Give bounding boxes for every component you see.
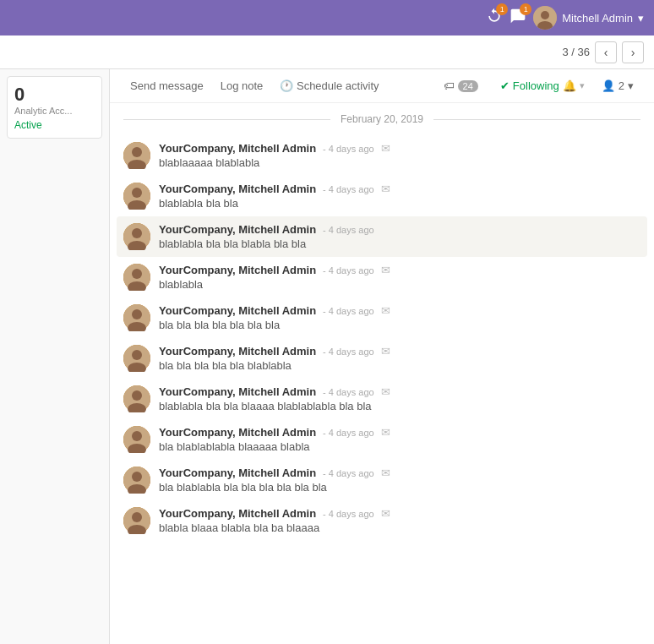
msg-header: YourCompany, Mitchell Admin - 4 days ago…	[159, 142, 640, 155]
msg-body: YourCompany, Mitchell Admin - 4 days ago…	[159, 467, 640, 494]
msg-avatar	[123, 426, 150, 453]
pagination-label: 3 / 36	[562, 46, 590, 58]
message-item: YourCompany, Mitchell Admin - 4 days ago…	[123, 338, 640, 379]
msg-time: - 4 days ago	[323, 306, 374, 316]
msg-text: blablabla bla bla	[159, 197, 640, 210]
date-divider-text: February 20, 2019	[341, 113, 423, 125]
sidebar-count: 0	[14, 84, 95, 106]
svg-point-10	[132, 228, 142, 238]
msg-avatar	[123, 345, 150, 372]
msg-header: YourCompany, Mitchell Admin - 4 days ago	[159, 223, 640, 236]
msg-author: YourCompany, Mitchell Admin	[159, 183, 316, 195]
msg-time: - 4 days ago	[323, 265, 374, 276]
msg-time: - 4 days ago	[323, 144, 374, 154]
msg-body: YourCompany, Mitchell Admin - 4 days ago…	[159, 345, 640, 372]
msg-avatar	[123, 304, 150, 331]
msg-text: blabla blaaa blabla bla ba blaaaa	[159, 521, 640, 534]
following-button[interactable]: ✔ Following 🔔 ▾	[493, 76, 591, 96]
svg-point-1	[541, 11, 549, 19]
send-message-button[interactable]: Send message	[123, 76, 210, 96]
msg-text: bla blablablabla blaaaaa blabla	[159, 440, 640, 453]
email-icon: ✉	[381, 345, 390, 357]
content-area: Send message Log note 🕐 Schedule activit…	[110, 69, 654, 644]
clock-icon: 🕐	[280, 79, 293, 92]
schedule-activity-button[interactable]: 🕐 Schedule activity	[273, 76, 385, 96]
svg-point-7	[132, 188, 142, 198]
message-item: YourCompany, Mitchell Admin - 4 days ago…	[123, 379, 640, 419]
email-icon: ✉	[381, 385, 390, 398]
msg-body: YourCompany, Mitchell Admin - 4 days ago…	[159, 223, 640, 250]
msg-time: - 4 days ago	[323, 347, 374, 357]
user-menu[interactable]: Mitchell Admin ▾	[533, 6, 644, 30]
msg-text: blablabla	[159, 278, 640, 291]
msg-author: YourCompany, Mitchell Admin	[159, 264, 316, 276]
msg-text: blablabla bla bla blaaaa blablablabla bl…	[159, 400, 640, 412]
msg-header: YourCompany, Mitchell Admin - 4 days ago…	[159, 183, 640, 195]
topbar: 1 1 Mitchell Admin ▾	[0, 0, 654, 35]
message-item: YourCompany, Mitchell Admin - 4 days ago…	[117, 216, 647, 257]
msg-time: - 4 days ago	[323, 184, 374, 194]
email-icon: ✉	[381, 304, 390, 317]
chat-icon-btn[interactable]: 1	[510, 8, 526, 29]
msg-header: YourCompany, Mitchell Admin - 4 days ago…	[159, 426, 640, 439]
msg-body: YourCompany, Mitchell Admin - 4 days ago…	[159, 304, 640, 331]
svg-point-28	[132, 472, 142, 482]
tags-button[interactable]: 🏷 24	[439, 76, 483, 96]
msg-body: YourCompany, Mitchell Admin - 4 days ago…	[159, 183, 640, 210]
bell-icon: 🔔	[563, 79, 576, 92]
msg-body: YourCompany, Mitchell Admin - 4 days ago…	[159, 142, 640, 169]
pagination-next[interactable]: ›	[622, 41, 644, 63]
msg-body: YourCompany, Mitchell Admin - 4 days ago…	[159, 426, 640, 453]
msg-author: YourCompany, Mitchell Admin	[159, 426, 316, 439]
msg-header: YourCompany, Mitchell Admin - 4 days ago…	[159, 385, 640, 398]
main-layout: 0 Analytic Acc... Active Send message Lo…	[0, 69, 654, 644]
refresh-badge: 1	[496, 3, 508, 15]
chat-badge: 1	[520, 3, 531, 15]
email-icon: ✉	[381, 142, 390, 155]
msg-text: bla blablabla bla bla bla bla bla bla	[159, 481, 640, 494]
sidebar-card: 0 Analytic Acc... Active	[7, 76, 102, 139]
msg-author: YourCompany, Mitchell Admin	[159, 385, 316, 398]
msg-header: YourCompany, Mitchell Admin - 4 days ago…	[159, 467, 640, 479]
message-item: YourCompany, Mitchell Admin - 4 days ago…	[123, 297, 640, 338]
msg-header: YourCompany, Mitchell Admin - 4 days ago…	[159, 304, 640, 317]
msg-text: bla bla bla bla bla blablabla	[159, 359, 640, 372]
svg-point-13	[132, 269, 142, 279]
msg-body: YourCompany, Mitchell Admin - 4 days ago…	[159, 507, 640, 534]
msg-body: YourCompany, Mitchell Admin - 4 days ago…	[159, 385, 640, 412]
msg-author: YourCompany, Mitchell Admin	[159, 467, 316, 479]
msg-author: YourCompany, Mitchell Admin	[159, 507, 316, 520]
subheader: 3 / 36 ‹ ›	[0, 35, 654, 69]
person-icon: 👤	[602, 79, 615, 92]
refresh-icon-btn[interactable]: 1	[486, 8, 503, 29]
tag-count: 24	[458, 80, 478, 92]
svg-point-31	[132, 512, 142, 522]
email-icon: ✉	[381, 264, 390, 276]
log-note-button[interactable]: Log note	[214, 76, 270, 96]
pagination-prev[interactable]: ‹	[595, 41, 617, 63]
msg-time: - 4 days ago	[323, 387, 374, 397]
message-item: YourCompany, Mitchell Admin - 4 days ago…	[123, 460, 640, 500]
sidebar-label: Analytic Acc...	[14, 106, 95, 116]
followers-dropdown-icon: ▾	[628, 79, 634, 92]
svg-point-19	[132, 350, 142, 360]
email-icon: ✉	[381, 426, 390, 439]
email-icon: ✉	[381, 507, 390, 520]
msg-avatar	[123, 507, 150, 534]
msg-text: blablabla bla bla blabla bla bla	[159, 237, 640, 250]
sidebar-status: Active	[14, 119, 95, 131]
msg-author: YourCompany, Mitchell Admin	[159, 223, 316, 236]
msg-avatar	[123, 223, 150, 250]
msg-avatar	[123, 183, 150, 210]
email-icon: ✉	[381, 467, 390, 479]
msg-time: - 4 days ago	[323, 428, 374, 438]
msg-header: YourCompany, Mitchell Admin - 4 days ago…	[159, 507, 640, 520]
msg-avatar	[123, 385, 150, 412]
msg-avatar	[123, 467, 150, 494]
message-item: YourCompany, Mitchell Admin - 4 days ago…	[123, 500, 640, 541]
svg-point-22	[132, 390, 142, 401]
svg-point-16	[132, 309, 142, 319]
followers-button[interactable]: 👤 2 ▾	[595, 76, 640, 96]
sidebar: 0 Analytic Acc... Active	[0, 69, 110, 644]
messages-list: YourCompany, Mitchell Admin - 4 days ago…	[110, 135, 654, 541]
